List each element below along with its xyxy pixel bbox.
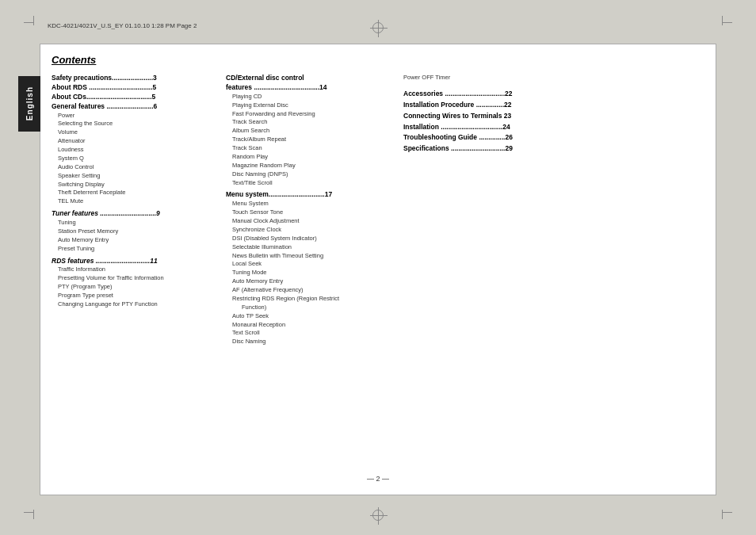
item-fast-forward: Fast Forwarding and Reversing bbox=[226, 110, 394, 119]
item-preset-tuning: Preset Tuning bbox=[52, 245, 220, 254]
column-left: Safety precautions......................… bbox=[52, 74, 226, 346]
item-album-search: Album Search bbox=[226, 127, 394, 136]
item-power: Power bbox=[52, 112, 220, 120]
item-tel-mute: TEL Mute bbox=[52, 197, 220, 206]
entry-specifications: Specifications .........................… bbox=[403, 144, 704, 154]
item-auto-memory-entry: Auto Memory Entry bbox=[226, 277, 394, 286]
crop-mark-bl-v bbox=[33, 510, 34, 519]
item-theft: Theft Deterrent Faceplate bbox=[52, 189, 220, 197]
item-sync-clock: Synchronize Clock bbox=[226, 226, 394, 235]
english-tab-label: English bbox=[25, 86, 34, 120]
entry-accessories: Accessories ............................… bbox=[403, 90, 704, 99]
item-switching-display: Switching Display bbox=[52, 181, 220, 189]
column-right: Power OFF Timer Accessories ............… bbox=[400, 74, 704, 346]
item-track-search: Track Search bbox=[226, 118, 394, 127]
item-loudness: Loudness bbox=[52, 146, 220, 155]
item-text-title-scroll: Text/Title Scroll bbox=[226, 179, 394, 188]
item-disc-naming-dnps: Disc Naming (DNPS) bbox=[226, 170, 394, 179]
entry-menu-system: Menu system.............................… bbox=[226, 190, 394, 200]
item-system-q: System Q bbox=[52, 155, 220, 163]
item-magazine-random: Magazine Random Play bbox=[226, 162, 394, 170]
item-power-off-timer: Power OFF Timer bbox=[403, 74, 704, 82]
entry-rds: About RDS ..............................… bbox=[52, 83, 220, 93]
entry-connecting-wires: Connecting Wires to Terminals 23 bbox=[403, 112, 704, 121]
item-monaural: Monaural Reception bbox=[226, 321, 394, 330]
contents-title: Contents bbox=[52, 54, 704, 66]
item-manual-clock: Manual Clock Adjustment bbox=[226, 217, 394, 226]
item-af: AF (Alternative Frequency) bbox=[226, 286, 394, 295]
item-traffic-info: Traffic Information bbox=[52, 266, 220, 274]
crop-mark-br-h bbox=[723, 512, 732, 513]
entry-troubleshooting: Troubleshooting Guide ..............26 bbox=[403, 133, 704, 143]
page-container: KDC-4021/4021V_U.S_EY 01.10.10 1:28 PM P… bbox=[0, 0, 756, 535]
item-speaker-setting: Speaker Setting bbox=[52, 172, 220, 181]
top-margin: KDC-4021/4021V_U.S_EY 01.10.10 1:28 PM P… bbox=[0, 0, 756, 44]
item-local-seek: Local Seek bbox=[226, 260, 394, 269]
entry-cd-features: CD/External disc controlfeatures .......… bbox=[226, 74, 394, 93]
item-track-scan: Track Scan bbox=[226, 144, 394, 153]
item-playing-cd: Playing CD bbox=[226, 93, 394, 101]
item-touch-sensor: Touch Sensor Tone bbox=[226, 208, 394, 217]
item-changing-language: Changing Language for PTY Function bbox=[52, 300, 220, 309]
entry-tuner: Tuner features .........................… bbox=[52, 209, 220, 219]
item-selectable-illum: Selectable Illumination bbox=[226, 243, 394, 252]
item-dsi: DSI (Disabled System Indicator) bbox=[226, 235, 394, 243]
columns-container: Safety precautions......................… bbox=[52, 74, 704, 346]
entry-installation-procedure: Installation Procedure ...............22 bbox=[403, 101, 704, 110]
item-tuning: Tuning bbox=[52, 219, 220, 227]
item-volume: Volume bbox=[52, 128, 220, 137]
item-auto-tp-seek: Auto TP Seek bbox=[226, 312, 394, 321]
item-track-album-repeat: Track/Album Repeat bbox=[226, 136, 394, 144]
entry-installation: Installation ...........................… bbox=[403, 123, 704, 132]
crop-mark-bl-h bbox=[24, 512, 33, 513]
item-restricting-rds-cont: Function) bbox=[226, 304, 394, 312]
item-tuning-mode: Tuning Mode bbox=[226, 269, 394, 277]
item-selecting-source: Selecting the Source bbox=[52, 120, 220, 128]
header-file-info: KDC-4021/4021V_U.S_EY 01.10.10 1:28 PM P… bbox=[48, 22, 197, 29]
page-number: — 2 — bbox=[367, 475, 389, 483]
english-tab: English bbox=[18, 76, 40, 132]
item-playing-external: Playing External Disc bbox=[226, 101, 394, 110]
item-random-play: Random Play bbox=[226, 153, 394, 162]
registration-mark-bottom bbox=[372, 510, 384, 521]
item-audio-control: Audio Control bbox=[52, 163, 220, 172]
item-attenuator: Attenuator bbox=[52, 137, 220, 146]
entry-cds: About CDs...............................… bbox=[52, 93, 220, 102]
entry-safety: Safety precautions......................… bbox=[52, 74, 220, 83]
item-restricting-rds: Restricting RDS Region (Region Restrict bbox=[226, 295, 394, 304]
item-disc-naming: Disc Naming bbox=[226, 338, 394, 346]
item-text-scroll: Text Scroll bbox=[226, 329, 394, 338]
item-news-bulletin: News Bulletin with Timeout Setting bbox=[226, 252, 394, 261]
item-station-preset: Station Preset Memory bbox=[52, 227, 220, 236]
item-auto-memory: Auto Memory Entry bbox=[52, 236, 220, 245]
item-program-type: Program Type preset bbox=[52, 292, 220, 300]
column-middle: CD/External disc controlfeatures .......… bbox=[226, 74, 400, 346]
item-pty: PTY (Program Type) bbox=[52, 283, 220, 292]
crop-mark-br-v bbox=[722, 510, 723, 519]
main-content-box: English Contents Safety precautions.....… bbox=[40, 44, 716, 495]
contents-area: Contents Safety precautions.............… bbox=[40, 44, 716, 354]
item-menu-system: Menu System bbox=[226, 200, 394, 208]
entry-rds-features: RDS features ...........................… bbox=[52, 257, 220, 266]
entry-general: General features .......................… bbox=[52, 102, 220, 112]
item-presetting-volume: Presetting Volume for Traffic Informatio… bbox=[52, 274, 220, 283]
